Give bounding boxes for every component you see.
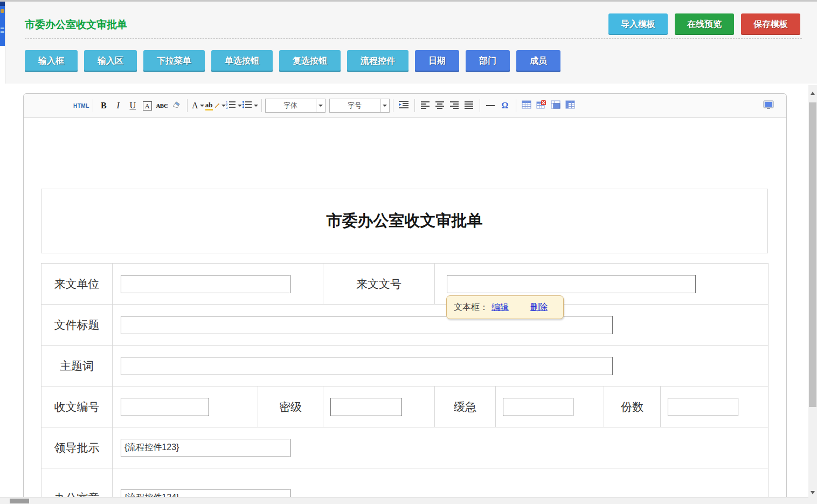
edge-mark	[1, 31, 4, 33]
text-border-button[interactable]: A	[140, 99, 155, 113]
table-row: 收文编号 密级 缓急 份数	[41, 386, 768, 427]
chevron-down-icon	[221, 105, 226, 107]
chevron-down-icon	[380, 99, 389, 112]
ordered-list-button[interactable]: 123	[226, 99, 242, 113]
unordered-list-button[interactable]	[242, 99, 258, 113]
import-template-button[interactable]: 导入模板	[608, 13, 668, 35]
table-row: 领导批示	[41, 427, 768, 468]
toolbar-separator	[187, 99, 188, 112]
incoming-doc-number-input[interactable]	[447, 275, 696, 293]
widget-dropdown-button[interactable]: 下拉菜单	[143, 50, 205, 72]
italic-button[interactable]: I	[111, 99, 126, 113]
field-label: 主题词	[41, 346, 113, 386]
form-title-cell: 市委办公室收文审批单	[41, 189, 768, 253]
font-color-button[interactable]: A	[191, 99, 205, 113]
widget-input-box-button[interactable]: 输入框	[25, 50, 78, 72]
fullscreen-button[interactable]	[761, 99, 776, 113]
widget-flow-control-button[interactable]: 流程控件	[347, 50, 408, 72]
edge-mark	[1, 27, 4, 29]
insert-table-button[interactable]	[520, 99, 534, 113]
fullscreen-icon	[763, 100, 774, 112]
insert-table-icon	[522, 100, 531, 111]
scroll-up-icon[interactable]	[811, 92, 815, 95]
widget-radio-button[interactable]: 单选按钮	[211, 50, 273, 72]
toolbar-separator	[261, 99, 262, 112]
toolbar-separator	[480, 99, 480, 112]
form-title: 市委办公室收文审批单	[327, 210, 483, 232]
field-label: 来文单位	[41, 264, 113, 305]
secrecy-level-input[interactable]	[330, 398, 402, 416]
align-left-button[interactable]	[418, 99, 433, 113]
edit-link[interactable]: 编辑	[491, 302, 509, 313]
vertical-scrollbar[interactable]	[808, 85, 817, 504]
subject-words-input[interactable]	[121, 357, 613, 375]
header-actions: 导入模板 在线预览 保存模板	[608, 13, 800, 35]
cell-properties-icon	[551, 100, 560, 111]
field-label: 密级	[258, 386, 323, 427]
editor-toolbar: HTML B I U A ABC A ab 123	[24, 94, 786, 118]
table-properties-button[interactable]	[563, 99, 578, 113]
widget-textarea-button[interactable]: 输入区	[84, 50, 137, 72]
toolbar-separator	[93, 99, 93, 112]
hr-icon	[486, 105, 495, 106]
vertical-scrollbar-thumb[interactable]	[809, 102, 816, 407]
delete-table-icon	[536, 100, 546, 111]
font-size-select[interactable]: 字号	[329, 99, 390, 113]
highlight-color-button[interactable]: ab	[205, 99, 226, 113]
toolbar-separator	[516, 99, 516, 112]
chevron-down-icon	[200, 105, 204, 107]
special-char-button[interactable]: Ω	[498, 99, 513, 113]
editor-canvas[interactable]: 市委办公室收文审批单 来文单位 来文文号 文件标题 主题	[24, 119, 786, 504]
table-row: 来文单位 来文文号	[41, 264, 768, 305]
remove-format-button[interactable]	[169, 99, 184, 113]
align-right-button[interactable]	[447, 99, 462, 113]
save-template-button[interactable]: 保存模板	[741, 13, 800, 35]
cell-properties-button[interactable]	[549, 99, 563, 113]
chevron-down-icon	[238, 105, 242, 107]
edge-mark	[1, 9, 4, 13]
align-right-icon	[449, 101, 459, 111]
indent-button[interactable]	[397, 99, 411, 113]
urgency-input[interactable]	[503, 398, 573, 416]
page-header: 市委办公室收文审批单 导入模板 在线预览 保存模板 输入框 输入区 下拉菜单 单…	[5, 2, 817, 84]
unordered-list-icon	[242, 100, 252, 111]
table-row: 主题词	[41, 346, 768, 386]
receipt-number-input[interactable]	[121, 398, 209, 416]
chevron-down-icon	[316, 99, 325, 112]
delete-table-button[interactable]	[534, 99, 549, 113]
horizontal-scrollbar[interactable]	[0, 497, 808, 504]
indent-icon	[398, 100, 409, 111]
online-preview-button[interactable]: 在线预览	[675, 13, 734, 35]
align-center-button[interactable]	[433, 99, 447, 113]
widget-date-button[interactable]: 日期	[415, 50, 459, 72]
table-row: 文件标题	[41, 305, 768, 346]
widget-button-row: 输入框 输入区 下拉菜单 单选按钮 复选按钮 流程控件 日期 部门 成员	[25, 50, 560, 72]
widget-checkbox-button[interactable]: 复选按钮	[279, 50, 341, 72]
align-justify-icon	[464, 101, 474, 111]
tooltip-label: 文本框：	[454, 302, 488, 313]
font-family-select[interactable]: 字体	[265, 99, 326, 113]
copies-count-input[interactable]	[668, 398, 738, 416]
widget-department-button[interactable]: 部门	[466, 50, 510, 72]
scroll-down-icon[interactable]	[811, 491, 815, 494]
field-label: 文件标题	[41, 305, 113, 346]
form-table: 来文单位 来文文号 文件标题 主题词 收文编号 密级	[41, 263, 768, 504]
field-label: 领导批示	[41, 427, 113, 468]
align-justify-button[interactable]	[462, 99, 476, 113]
browser-edge-strip	[0, 2, 5, 46]
strikethrough-button[interactable]: ABC	[155, 99, 169, 113]
delete-link[interactable]: 删除	[530, 302, 548, 313]
eraser-icon	[171, 100, 181, 112]
page-title: 市委办公室收文审批单	[25, 18, 127, 32]
incoming-unit-input[interactable]	[121, 275, 290, 293]
html-source-button[interactable]: HTML	[73, 99, 89, 113]
ordered-list-icon: 123	[226, 100, 236, 111]
widget-member-button[interactable]: 成员	[516, 50, 560, 72]
bold-button[interactable]: B	[96, 99, 111, 113]
horizontal-rule-button[interactable]	[483, 99, 498, 113]
leader-remarks-flow-input[interactable]	[121, 439, 290, 457]
underline-button[interactable]: U	[126, 99, 140, 113]
toolbar-separator	[393, 99, 393, 112]
horizontal-scrollbar-thumb[interactable]	[10, 499, 29, 503]
field-label: 缓急	[435, 386, 496, 427]
